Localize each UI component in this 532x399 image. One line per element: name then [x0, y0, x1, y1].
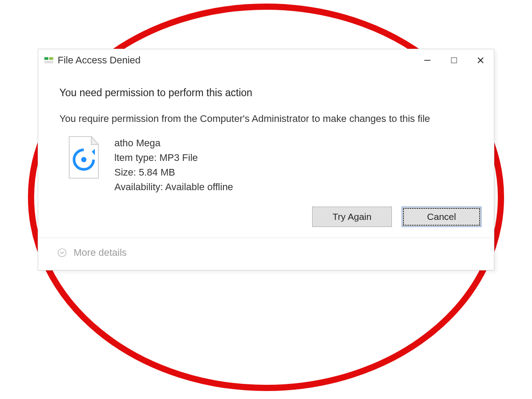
more-details-label: More details: [74, 247, 127, 258]
button-row: Try Again Cancel: [38, 202, 494, 238]
svg-rect-5: [451, 58, 457, 63]
file-row: atho Mega ltem type: MP3 File Size: 5.84…: [66, 136, 476, 194]
headline-text: You need permission to perform this acti…: [59, 86, 476, 100]
dialog-content: You need permission to perform this acti…: [38, 71, 494, 194]
close-button[interactable]: [467, 50, 494, 70]
minimize-button[interactable]: [414, 50, 441, 70]
more-details-toggle[interactable]: More details: [38, 238, 494, 270]
maximize-button[interactable]: [441, 50, 467, 70]
titlebar: File Access Denied: [38, 49, 494, 71]
cancel-button[interactable]: Cancel: [402, 207, 481, 227]
svg-rect-1: [44, 57, 48, 60]
file-name: atho Mega: [114, 136, 233, 150]
app-icon: [44, 56, 53, 65]
file-metadata: atho Mega ltem type: MP3 File Size: 5.84…: [114, 136, 233, 194]
file-size: Size: 5.84 MB: [114, 165, 233, 180]
svg-rect-2: [49, 57, 53, 60]
file-availability: Availability: Available offline: [114, 180, 233, 194]
file-icon: [66, 136, 102, 180]
file-type: ltem type: MP3 File: [114, 150, 233, 165]
svg-point-9: [81, 157, 86, 162]
explain-text: You require permission from the Computer…: [59, 112, 476, 126]
chevron-down-icon: [57, 247, 67, 258]
svg-point-10: [58, 249, 66, 257]
window-title: File Access Denied: [58, 55, 141, 66]
svg-rect-3: [44, 61, 53, 63]
try-again-button[interactable]: Try Again: [312, 207, 392, 227]
file-access-denied-dialog: File Access Denied You need permission t…: [38, 49, 494, 270]
